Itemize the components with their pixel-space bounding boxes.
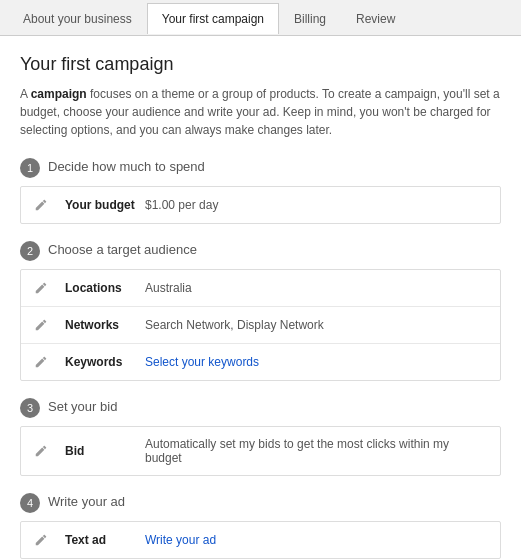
tab-review[interactable]: Review xyxy=(341,3,410,34)
tab-bar: About your business Your first campaign … xyxy=(0,0,521,36)
section-ad-header: 4 Write your ad xyxy=(20,492,501,513)
edit-icon[interactable] xyxy=(33,197,49,213)
section-title-1: Decide how much to spend xyxy=(48,157,205,174)
tab-first-campaign[interactable]: Your first campaign xyxy=(147,3,279,34)
card-ad: Text ad Write your ad xyxy=(20,521,501,559)
row-value-bid: Automatically set my bids to get the mos… xyxy=(145,437,488,465)
table-row: Keywords Select your keywords xyxy=(21,344,500,380)
section-audience: 2 Choose a target audience Locations Aus… xyxy=(20,240,501,381)
row-label-keywords: Keywords xyxy=(65,355,145,369)
edit-icon-bid[interactable] xyxy=(33,443,49,459)
section-bid-header: 3 Set your bid xyxy=(20,397,501,418)
section-budget: 1 Decide how much to spend Your budget $… xyxy=(20,157,501,224)
tab-billing[interactable]: Billing xyxy=(279,3,341,34)
section-title-3: Set your bid xyxy=(48,397,117,414)
row-label-locations: Locations xyxy=(65,281,145,295)
section-number-3: 3 xyxy=(20,398,40,418)
section-audience-header: 2 Choose a target audience xyxy=(20,240,501,261)
row-value-budget: $1.00 per day xyxy=(145,198,488,212)
table-row: Your budget $1.00 per day xyxy=(21,187,500,223)
card-budget: Your budget $1.00 per day xyxy=(20,186,501,224)
table-row: Networks Search Network, Display Network xyxy=(21,307,500,344)
edit-icon-ad[interactable] xyxy=(33,532,49,548)
page-title: Your first campaign xyxy=(20,54,501,75)
section-ad: 4 Write your ad Text ad Write your ad xyxy=(20,492,501,559)
row-label-budget: Your budget xyxy=(65,198,145,212)
section-title-2: Choose a target audience xyxy=(48,240,197,257)
section-title-4: Write your ad xyxy=(48,492,125,509)
section-bid: 3 Set your bid Bid Automatically set my … xyxy=(20,397,501,476)
table-row: Bid Automatically set my bids to get the… xyxy=(21,427,500,475)
card-bid: Bid Automatically set my bids to get the… xyxy=(20,426,501,476)
card-audience: Locations Australia Networks Search Netw… xyxy=(20,269,501,381)
intro-prefix: A xyxy=(20,87,31,101)
intro-suffix: focuses on a theme or a group of product… xyxy=(20,87,500,137)
table-row: Text ad Write your ad xyxy=(21,522,500,558)
tab-about-business[interactable]: About your business xyxy=(8,3,147,34)
row-label-bid: Bid xyxy=(65,444,145,458)
row-value-text-ad[interactable]: Write your ad xyxy=(145,533,488,547)
section-number-4: 4 xyxy=(20,493,40,513)
row-value-locations: Australia xyxy=(145,281,488,295)
edit-icon-locations[interactable] xyxy=(33,280,49,296)
edit-icon-keywords[interactable] xyxy=(33,354,49,370)
main-content: Your first campaign A campaign focuses o… xyxy=(0,36,521,560)
row-label-networks: Networks xyxy=(65,318,145,332)
edit-icon-networks[interactable] xyxy=(33,317,49,333)
row-label-text-ad: Text ad xyxy=(65,533,145,547)
section-number-1: 1 xyxy=(20,158,40,178)
section-budget-header: 1 Decide how much to spend xyxy=(20,157,501,178)
intro-text: A campaign focuses on a theme or a group… xyxy=(20,85,501,139)
table-row: Locations Australia xyxy=(21,270,500,307)
intro-bold: campaign xyxy=(31,87,87,101)
row-value-networks: Search Network, Display Network xyxy=(145,318,488,332)
row-value-keywords[interactable]: Select your keywords xyxy=(145,355,488,369)
section-number-2: 2 xyxy=(20,241,40,261)
